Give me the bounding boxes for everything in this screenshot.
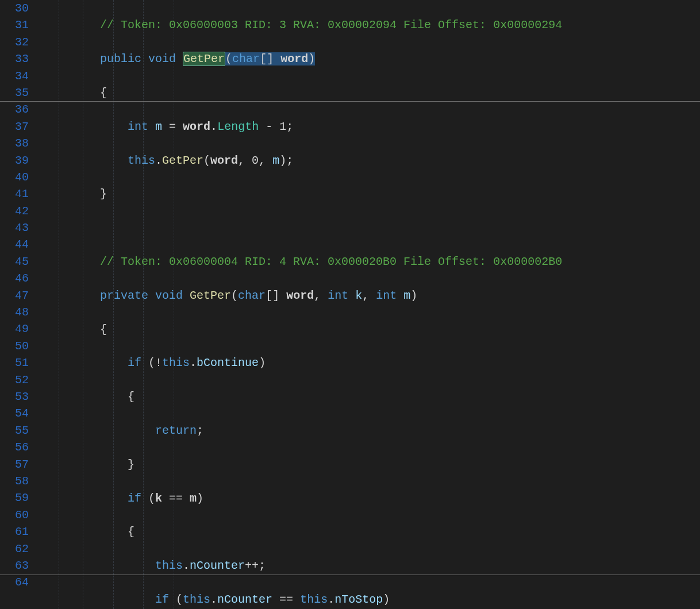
rest: - 1; <box>259 120 293 133</box>
line-number: 45 <box>0 253 45 270</box>
line-number: 30 <box>0 0 45 17</box>
ident-word: word <box>183 120 210 133</box>
brace: { <box>100 86 107 99</box>
paren: ); <box>279 154 293 167</box>
line-number: 41 <box>0 186 45 202</box>
semi: ; <box>197 424 203 437</box>
paren: ) <box>383 593 390 606</box>
line-number: 39 <box>0 152 45 169</box>
field-ncounter: nCounter <box>190 559 245 572</box>
line-number: 50 <box>0 338 45 354</box>
keyword-int: int <box>328 289 348 302</box>
keyword-char: char <box>238 289 266 302</box>
line-number: 64 <box>0 574 45 591</box>
line-number: 48 <box>0 304 45 321</box>
keyword-void: void <box>155 289 183 302</box>
line-number: 36 <box>0 101 45 118</box>
brace: } <box>100 187 107 201</box>
var-k: k <box>155 492 162 505</box>
field-ncounter: nCounter <box>217 593 272 606</box>
line-number: 32 <box>0 34 45 51</box>
field-bcontinue: bContinue <box>197 356 259 369</box>
line-number: 46 <box>0 270 45 287</box>
paren: ( <box>141 492 155 505</box>
line-number: 63 <box>0 557 45 574</box>
keyword-return: return <box>155 424 197 437</box>
line-number: 43 <box>0 219 45 236</box>
brace: { <box>128 525 134 538</box>
keyword-this: this <box>128 154 155 167</box>
method-name: GetPer <box>190 289 231 302</box>
param-k: k <box>355 289 362 302</box>
brace: { <box>100 323 107 336</box>
code-area[interactable]: // Token: 0x06000003 RID: 3 RVA: 0x00002… <box>45 0 700 609</box>
args: , 0, <box>238 154 272 167</box>
field-ntostop: nToStop <box>334 593 383 606</box>
brackets: [] <box>266 289 279 302</box>
brace: { <box>128 390 134 403</box>
line-number: 54 <box>0 405 45 422</box>
line-number: 56 <box>0 439 45 456</box>
line-number: 49 <box>0 321 45 337</box>
comment: // Token: 0x06000004 RID: 4 RVA: 0x00002… <box>100 255 562 268</box>
keyword-this: this <box>162 356 190 369</box>
keyword-int: int <box>128 120 148 133</box>
line-number: 52 <box>0 372 45 388</box>
prop-length: Length <box>217 120 259 133</box>
op: == <box>272 593 300 606</box>
line-number: 60 <box>0 507 45 523</box>
line-number: 51 <box>0 354 45 371</box>
dot: . <box>328 593 334 606</box>
line-number: 62 <box>0 541 45 557</box>
var-m: m <box>272 154 279 167</box>
keyword-char: char <box>232 52 260 65</box>
keyword-if: if <box>155 593 169 606</box>
dot: . <box>210 593 217 606</box>
paren: ( <box>169 593 183 606</box>
keyword-void: void <box>148 52 176 65</box>
line-number: 57 <box>0 456 45 473</box>
line-number: 42 <box>0 203 45 219</box>
line-number: 44 <box>0 236 45 253</box>
code-editor[interactable]: 3031323334353637383940414243444546474849… <box>0 0 700 609</box>
brace: } <box>128 458 134 471</box>
keyword-public: public <box>100 52 141 65</box>
line-number: 37 <box>0 118 45 135</box>
keyword-private: private <box>100 289 148 302</box>
method-call: GetPer <box>162 154 203 167</box>
inc: ++; <box>245 559 266 572</box>
keyword-if: if <box>128 356 141 369</box>
ident-word: word <box>210 154 238 167</box>
op: = <box>162 120 183 133</box>
line-number: 35 <box>0 84 45 101</box>
keyword-this: this <box>183 593 210 606</box>
line-number: 33 <box>0 51 45 67</box>
line-number: 34 <box>0 68 45 84</box>
keyword-this: this <box>300 593 328 606</box>
line-number: 55 <box>0 422 45 439</box>
keyword-this: this <box>155 559 183 572</box>
line-number: 53 <box>0 388 45 405</box>
dot: . <box>155 154 162 167</box>
line-number: 38 <box>0 135 45 152</box>
param-m: m <box>403 289 410 302</box>
method-name: GetPer <box>183 52 225 66</box>
var-m: m <box>190 492 197 505</box>
line-number: 31 <box>0 17 45 33</box>
keyword-if: if <box>128 492 141 505</box>
paren: ) <box>197 492 203 505</box>
brackets: [] <box>260 52 274 65</box>
line-number-gutter: 3031323334353637383940414243444546474849… <box>0 0 45 591</box>
dot: . <box>183 559 190 572</box>
param-word: word <box>286 289 314 302</box>
line-number: 58 <box>0 473 45 489</box>
paren: ( <box>203 154 210 167</box>
op: == <box>162 492 190 505</box>
line-number: 40 <box>0 169 45 186</box>
var-m: m <box>155 120 162 133</box>
line-number: 61 <box>0 523 45 540</box>
paren: (! <box>141 356 162 369</box>
line-number: 59 <box>0 489 45 506</box>
paren: ) <box>259 356 266 369</box>
line-number: 47 <box>0 287 45 304</box>
